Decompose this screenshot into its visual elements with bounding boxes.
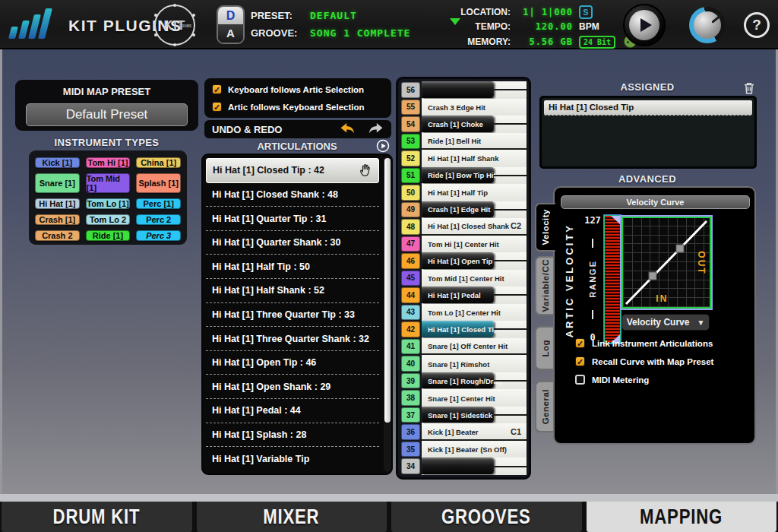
groove-value[interactable]: SONG 1 COMPLETE — [310, 27, 410, 39]
instrument-type-tom-lo-2[interactable]: Tom Lo 2 — [86, 214, 131, 225]
white-key[interactable]: Kick [1] Beater (Sn Off) — [422, 441, 527, 458]
tempo-value[interactable]: 120.00 — [517, 21, 573, 32]
white-key[interactable]: Kick [1] BeaterC1 — [422, 423, 527, 441]
instrument-type-tom-hi[interactable]: Tom Hi [1] — [86, 157, 131, 168]
tab-velocity[interactable]: Velocity — [535, 203, 556, 252]
black-key[interactable]: Crash [1] Edge Hit — [422, 201, 527, 219]
white-key[interactable]: Tom Lo [1] Center Hit — [422, 304, 527, 321]
white-key[interactable]: Snare [1] Off Center Hit — [422, 338, 527, 356]
checkbox-recall-curve[interactable]: Recall Curve with Map Preset — [575, 356, 713, 366]
piano-key-42-selected[interactable]: 42 Hi Hat [1] Closed Tip — [400, 321, 527, 338]
redo-icon[interactable] — [367, 122, 384, 136]
piano-key-56[interactable]: 56 — [400, 81, 527, 99]
tab-variable-cc[interactable]: Variable/CC — [535, 256, 555, 315]
black-key[interactable]: Ride [1] Bow Tip Hit — [422, 167, 527, 185]
piano-key-44[interactable]: 44 Hi Hat [1] Pedal — [400, 287, 527, 304]
articulations-scrollbar[interactable] — [384, 157, 391, 472]
curve-handle[interactable] — [649, 272, 656, 280]
black-key[interactable]: Crash [1] Choke — [422, 116, 527, 133]
instrument-type-kick[interactable]: Kick [1] — [35, 157, 80, 168]
piano-key-55[interactable]: 55 Crash 3 Edge Hit — [400, 99, 527, 116]
preset-value[interactable]: DEFAULT — [310, 10, 410, 21]
instrument-type-crash-2[interactable]: Crash 2 — [35, 230, 80, 241]
black-key[interactable]: Hi Hat [1] Open Tip — [422, 252, 527, 270]
piano-key-47[interactable]: 47 Tom Hi [1] Center Hit — [400, 236, 527, 253]
checkbox-artic-follows-keyboard[interactable]: Artic follows Keyboard Selection — [212, 102, 384, 112]
piano-key-38[interactable]: 38 Snare [1] Center Hit — [400, 389, 527, 407]
checkbox-keyboard-follows-artic[interactable]: Keyboard follows Artic Selection — [212, 84, 384, 94]
da-toggle-d[interactable]: D — [218, 7, 243, 25]
piano-key-54[interactable]: 54 Crash [1] Choke — [400, 116, 527, 133]
articulation-item[interactable]: Hi Hat [1] Half Shank : 52 — [206, 279, 379, 303]
scrollbar-thumb[interactable] — [384, 158, 391, 423]
play-button[interactable] — [623, 4, 666, 46]
map-preset-selector[interactable]: Default Preset — [26, 103, 188, 126]
curve-handle[interactable] — [676, 245, 684, 252]
piano-key-37[interactable]: 37 Snare [1] Sidestick — [400, 407, 527, 424]
articulation-item[interactable]: Hi Hat [1] Open Shank : 29 — [206, 375, 379, 399]
black-key[interactable]: Hi Hat [1] Pedal — [422, 287, 527, 304]
articulation-item[interactable]: Hi Hat [1] Quarter Tip : 31 — [206, 207, 379, 231]
volume-knob[interactable] — [689, 7, 726, 43]
instrument-type-splash[interactable]: Splash [1] — [136, 173, 181, 193]
piano-key-36[interactable]: 36 Kick [1] BeaterC1 — [400, 423, 527, 441]
undo-icon[interactable] — [340, 122, 356, 136]
range-max-handle[interactable] — [611, 216, 620, 224]
piano-key-39[interactable]: 39 Snare [1] Rough/Drag — [400, 372, 527, 390]
white-key[interactable]: Hi Hat [1] Half Shank — [422, 150, 527, 167]
instrument-type-perc[interactable]: Perc [1] — [136, 198, 181, 209]
white-key[interactable]: Crash 3 Edge Hit — [422, 99, 527, 116]
tab-mapping[interactable]: MAPPING — [587, 502, 777, 532]
articulation-item[interactable]: Hi Hat [1] Three Quarter Shank : 32 — [206, 327, 379, 351]
assigned-item[interactable]: Hi Hat [1] Closed Tip — [544, 100, 752, 116]
piano-key-53[interactable]: 53 Ride [1] Bell Hit — [400, 133, 527, 150]
articulation-item[interactable]: Hi Hat [1] Variable Tip — [206, 447, 379, 470]
instrument-type-ride[interactable]: Ride [1] — [86, 230, 131, 241]
da-toggle-a[interactable]: A — [218, 25, 243, 43]
instrument-type-tom-lo[interactable]: Tom Lo [1] — [86, 198, 131, 209]
white-key[interactable]: Hi Hat [1] Closed ShankC2 — [422, 218, 527, 236]
instrument-type-china[interactable]: China [1] — [136, 157, 181, 168]
black-key[interactable]: Snare [1] Sidestick — [422, 407, 527, 424]
piano-key-40[interactable]: 40 Snare [1] Rimshot — [400, 355, 527, 372]
tab-drum-kit[interactable]: DRUM KIT — [2, 502, 192, 532]
black-key[interactable] — [422, 81, 527, 99]
piano-key-52[interactable]: 52 Hi Hat [1] Half Shank — [400, 150, 527, 167]
sync-badge[interactable]: S — [579, 5, 593, 19]
tab-general[interactable]: General — [535, 381, 555, 432]
piano-key-51[interactable]: 51 Ride [1] Bow Tip Hit — [400, 167, 527, 185]
articulation-item-selected[interactable]: Hi Hat [1] Closed Tip : 42 — [206, 158, 379, 183]
articulation-item[interactable]: Hi Hat [1] Pedal : 44 — [206, 399, 379, 423]
piano-key-45[interactable]: 45 Tom Mid [1] Center Hit — [400, 270, 527, 287]
help-button[interactable]: ? — [744, 12, 770, 38]
tab-log[interactable]: Log — [535, 326, 555, 370]
black-key[interactable]: Snare [1] Rough/Drag — [422, 372, 527, 390]
instrument-type-perc-3[interactable]: Perc 3 — [136, 230, 181, 241]
instrument-type-snare[interactable]: Snare [1] — [35, 173, 80, 193]
piano-key-34[interactable]: 34 — [400, 458, 527, 475]
black-key[interactable] — [422, 458, 527, 475]
instrument-type-tom-mid[interactable]: Tom Mid [1] — [86, 173, 131, 193]
curve-type-dropdown[interactable]: Velocity Curve — [621, 314, 710, 331]
instrument-type-hi-hat[interactable]: Hi Hat [1] — [35, 198, 80, 209]
articulation-item[interactable]: Hi Hat [1] Three Quarter Tip : 33 — [206, 303, 379, 328]
piano-key-43[interactable]: 43 Tom Lo [1] Center Hit — [400, 304, 527, 321]
white-key[interactable]: Snare [1] Rimshot — [422, 355, 527, 372]
articulation-item[interactable]: Hi Hat [1] Quarter Shank : 30 — [206, 231, 379, 255]
white-key[interactable]: Hi Hat [1] Half Tip — [422, 184, 527, 201]
da-mode-toggle[interactable]: D A — [217, 5, 245, 44]
articulation-item[interactable]: Hi Hat [1] Closed Shank : 48 — [206, 183, 379, 207]
preview-play-icon[interactable] — [376, 139, 390, 153]
piano-key-49[interactable]: 49 Crash [1] Edge Hit — [400, 201, 527, 219]
articulation-item[interactable]: Hi Hat [1] Half Tip : 50 — [206, 255, 379, 279]
black-key-selected[interactable]: Hi Hat [1] Closed Tip — [422, 321, 527, 338]
checkbox-midi-metering[interactable]: MIDI Metering — [575, 375, 649, 385]
white-key[interactable]: Tom Hi [1] Center Hit — [422, 236, 527, 253]
piano-key-46[interactable]: 46 Hi Hat [1] Open Tip — [400, 252, 527, 270]
articulation-item[interactable]: Hi Hat [1] Splash : 28 — [206, 423, 379, 448]
instrument-type-crash[interactable]: Crash [1] — [35, 214, 80, 225]
piano-key-41[interactable]: 41 Snare [1] Off Center Hit — [400, 338, 527, 356]
trash-icon[interactable] — [742, 81, 756, 96]
white-key[interactable]: Tom Mid [1] Center Hit — [422, 270, 527, 287]
tab-grooves[interactable]: GROOVES — [391, 502, 582, 532]
